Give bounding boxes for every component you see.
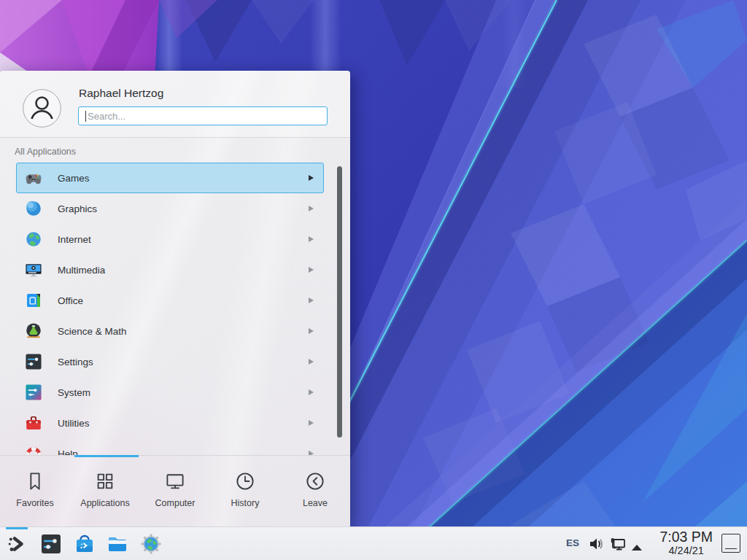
- monitor-play-icon: [24, 260, 43, 279]
- tabbar-separator: [0, 455, 350, 456]
- tab-bar: Favorites Applications Computer History …: [0, 457, 350, 526]
- menu-item-label: Multimedia: [58, 265, 105, 276]
- user-avatar[interactable]: [23, 89, 61, 128]
- tab-label: Leave: [303, 498, 328, 508]
- submenu-arrow-icon: [309, 236, 314, 242]
- menu-item-label: Office: [58, 295, 83, 306]
- tab-history[interactable]: History: [210, 457, 280, 526]
- menu-item-label: Internet: [58, 234, 91, 245]
- clock[interactable]: 7:03 PM 4/24/21: [659, 529, 713, 557]
- scrollbar-handle[interactable]: [337, 166, 342, 438]
- lifesaver-icon: [24, 444, 43, 455]
- discover-icon: [73, 532, 96, 556]
- desktop: Raphael Hertzog All Applications Games G…: [0, 0, 747, 560]
- taskbar-launcher-web-browser[interactable]: [139, 532, 163, 556]
- tab-leave[interactable]: Leave: [280, 457, 350, 526]
- menu-item-help[interactable]: Help: [16, 438, 324, 455]
- menu-item-utilities[interactable]: Utilities: [16, 408, 324, 438]
- menu-item-science-math[interactable]: Science & Math: [16, 316, 324, 346]
- clock-icon: [234, 470, 256, 492]
- tab-computer[interactable]: Computer: [140, 457, 210, 526]
- tab-label: History: [231, 498, 260, 508]
- applications-list: Games Graphics Internet Multimedia Offic…: [0, 160, 350, 455]
- menu-item-office[interactable]: Office: [16, 285, 324, 316]
- menu-item-system[interactable]: System: [16, 377, 324, 408]
- show-desktop-button[interactable]: [721, 534, 740, 553]
- back-circle-icon: [304, 470, 326, 492]
- sliders-dark-icon: [24, 352, 43, 371]
- tab-applications[interactable]: Applications: [70, 457, 140, 526]
- menu-item-label: Utilities: [58, 418, 90, 429]
- flask-icon: [24, 322, 43, 341]
- menu-item-label: Science & Math: [58, 326, 127, 337]
- documents-icon: [24, 291, 43, 310]
- submenu-arrow-icon: [309, 267, 314, 273]
- menu-item-label: System: [58, 387, 90, 398]
- taskbar-launcher-application-launcher[interactable]: [6, 532, 29, 556]
- gamepad-icon: [24, 168, 43, 187]
- tab-label: Computer: [155, 498, 196, 508]
- user-name: Raphael Hertzog: [79, 87, 163, 100]
- sphere-icon: [24, 199, 43, 218]
- search-input[interactable]: [79, 107, 327, 125]
- sliders-dark-icon: [39, 532, 63, 556]
- clock-time: 7:03 PM: [659, 529, 713, 545]
- menu-item-internet[interactable]: Internet: [16, 224, 324, 254]
- taskbar-launcher-discover[interactable]: [73, 532, 96, 556]
- section-label: All Applications: [15, 147, 76, 157]
- submenu-arrow-icon: [309, 206, 314, 211]
- expand-tray-arrow-icon[interactable]: [630, 541, 643, 554]
- text-cursor: [85, 111, 86, 122]
- volume-icon[interactable]: [588, 536, 604, 555]
- monitor-icon: [164, 470, 186, 492]
- menu-item-graphics[interactable]: Graphics: [16, 193, 324, 224]
- grid-icon: [94, 470, 116, 492]
- active-task-indicator: [6, 527, 28, 529]
- submenu-arrow-icon: [309, 359, 314, 365]
- menu-item-settings[interactable]: Settings: [16, 346, 324, 377]
- search-box: [78, 106, 328, 125]
- menu-item-label: Games: [58, 173, 90, 184]
- menu-item-multimedia[interactable]: Multimedia: [16, 254, 324, 285]
- launcher-header: Raphael Hertzog: [0, 71, 350, 138]
- taskbar-panel: ES 7:03 PM 4/24/21: [0, 526, 747, 560]
- folder-icon: [106, 532, 129, 556]
- keyboard-layout-indicator[interactable]: ES: [566, 537, 579, 548]
- menu-item-label: Settings: [58, 357, 93, 368]
- submenu-arrow-icon: [309, 328, 314, 334]
- sliders-color-icon: [24, 383, 43, 402]
- tab-label: Favorites: [16, 498, 53, 508]
- taskbar-launcher-system-settings[interactable]: [39, 532, 63, 556]
- bookmark-icon: [24, 470, 46, 492]
- show-desktop-glyph: [725, 548, 737, 550]
- submenu-arrow-icon: [309, 420, 314, 426]
- clock-date: 4/24/21: [659, 545, 713, 557]
- application-launcher-popup: Raphael Hertzog All Applications Games G…: [0, 71, 350, 526]
- menu-item-games[interactable]: Games: [16, 163, 324, 193]
- submenu-arrow-icon: [309, 298, 314, 303]
- menu-item-label: Help: [58, 448, 78, 456]
- toolbox-icon: [24, 413, 43, 432]
- submenu-arrow-icon: [309, 175, 314, 181]
- network-icon[interactable]: [609, 536, 627, 556]
- menu-item-label: Graphics: [58, 203, 97, 214]
- globe-icon: [24, 230, 43, 249]
- tab-favorites[interactable]: Favorites: [0, 457, 70, 526]
- submenu-arrow-icon: [309, 389, 314, 395]
- kickoff-icon: [6, 532, 29, 556]
- globe-gear-icon: [139, 532, 163, 556]
- tab-label: Applications: [80, 498, 129, 508]
- taskbar-launcher-file-manager[interactable]: [106, 532, 129, 556]
